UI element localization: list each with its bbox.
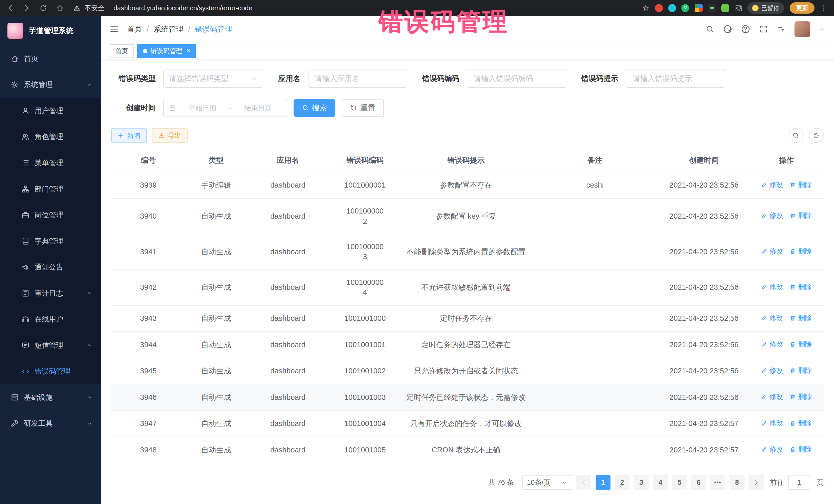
- page-button-3[interactable]: 3: [634, 475, 649, 490]
- delete-link[interactable]: 删除: [790, 392, 812, 402]
- extension-icon-4[interactable]: [695, 4, 703, 12]
- sidebar-item-notices[interactable]: 通知公告: [0, 254, 101, 280]
- sidebar-item-dicts[interactable]: 字典管理: [0, 228, 101, 254]
- extension-icon-6[interactable]: [721, 4, 729, 12]
- delete-icon: [790, 248, 796, 255]
- edit-link[interactable]: 修改: [761, 418, 783, 428]
- extension-icon-2[interactable]: [668, 4, 676, 12]
- refresh-table-button[interactable]: [809, 128, 824, 143]
- edit-link[interactable]: 修改: [761, 180, 783, 190]
- hamburger-icon[interactable]: [110, 25, 118, 34]
- extension-icon-3[interactable]: V: [681, 4, 689, 12]
- sidebar-item-online-users[interactable]: 在线用户: [0, 306, 101, 332]
- breadcrumb-home[interactable]: 首页: [127, 24, 142, 35]
- edit-link[interactable]: 修改: [761, 339, 783, 349]
- page-size-select[interactable]: 10条/页: [522, 475, 572, 490]
- edit-link[interactable]: 修改: [761, 282, 783, 292]
- delete-link-label: 删除: [798, 180, 812, 190]
- page-button-5[interactable]: 5: [672, 475, 687, 490]
- export-button-label: 导出: [168, 131, 181, 140]
- sidebar-item-system[interactable]: 系统管理: [0, 72, 101, 98]
- delete-link[interactable]: 删除: [790, 444, 812, 455]
- edit-link[interactable]: 修改: [761, 444, 783, 455]
- error-msg-input[interactable]: [626, 69, 725, 88]
- page-button-8[interactable]: 8: [729, 475, 744, 490]
- delete-link[interactable]: 删除: [790, 366, 812, 376]
- delete-link[interactable]: 删除: [790, 180, 812, 190]
- forward-icon[interactable]: [23, 4, 31, 12]
- search-icon[interactable]: [706, 25, 714, 34]
- sidebar-item-depts[interactable]: 部门管理: [0, 176, 101, 202]
- edit-link[interactable]: 修改: [761, 392, 783, 402]
- cell-actions: 修改删除: [749, 437, 824, 463]
- sidebar-item-posts[interactable]: 岗位管理: [0, 202, 101, 228]
- page-button-6[interactable]: 6: [691, 475, 706, 490]
- breadcrumb-system[interactable]: 系统管理: [154, 24, 183, 35]
- page-button-1[interactable]: 1: [596, 475, 611, 490]
- back-icon[interactable]: [6, 4, 14, 12]
- date-range-picker[interactable]: 开始日期 - 结束日期: [163, 99, 287, 117]
- kebab-menu-icon[interactable]: [820, 4, 827, 12]
- edit-link[interactable]: 修改: [761, 211, 783, 221]
- export-button[interactable]: 导出: [152, 128, 188, 143]
- sidebar-item-menus[interactable]: 菜单管理: [0, 150, 101, 176]
- delete-link[interactable]: 删除: [790, 211, 812, 221]
- delete-link[interactable]: 删除: [790, 418, 812, 428]
- address-bar[interactable]: 不安全 dashboard.yudao.iocoder.cn/system/er…: [73, 4, 642, 13]
- edit-link[interactable]: 修改: [761, 366, 783, 376]
- update-button[interactable]: 更新: [790, 2, 814, 14]
- browser-home-icon[interactable]: [56, 4, 64, 12]
- page-button-2[interactable]: 2: [615, 475, 630, 490]
- goto-page-input[interactable]: [788, 475, 810, 490]
- user-avatar[interactable]: [794, 21, 810, 37]
- delete-link[interactable]: 删除: [790, 313, 812, 323]
- font-size-icon[interactable]: [777, 25, 785, 34]
- sidebar-item-label: 研发工具: [24, 419, 52, 428]
- error-type-select[interactable]: 请选择错误码类型: [163, 69, 263, 88]
- page-more-button[interactable]: •••: [710, 475, 725, 490]
- add-button[interactable]: 新增: [111, 128, 147, 143]
- sidebar-item-home[interactable]: 首页: [0, 46, 101, 72]
- delete-link[interactable]: 删除: [790, 246, 812, 256]
- sidebar-item-users[interactable]: 用户管理: [0, 98, 101, 124]
- tag-home[interactable]: 首页: [110, 44, 134, 58]
- extensions-puzzle-icon[interactable]: [735, 4, 742, 12]
- delete-link[interactable]: 删除: [790, 282, 812, 292]
- sidebar-item-infrastructure[interactable]: 基础设施: [0, 385, 101, 411]
- github-icon[interactable]: [723, 25, 732, 34]
- refresh-icon: [813, 132, 820, 139]
- sidebar-item-audit-log[interactable]: 审计日志: [0, 280, 101, 306]
- edit-icon: [761, 341, 767, 348]
- page-button-4[interactable]: 4: [653, 475, 668, 490]
- navbar-actions: [706, 21, 825, 37]
- toggle-search-button[interactable]: [789, 128, 804, 143]
- bookmark-star-icon[interactable]: [642, 4, 650, 12]
- error-code-input[interactable]: [467, 69, 566, 88]
- search-button[interactable]: 搜索: [293, 99, 336, 116]
- cell-app: dashboard: [247, 172, 329, 198]
- sidebar-item-dev-tools[interactable]: 研发工具: [0, 410, 101, 437]
- edit-link[interactable]: 修改: [761, 313, 783, 323]
- extension-icon-5[interactable]: on: [708, 4, 716, 12]
- paused-badge[interactable]: 已暂停: [747, 2, 784, 14]
- url-text[interactable]: dashboard.yudao.iocoder.cn/system/error-…: [113, 4, 252, 12]
- tag-error-code[interactable]: 错误码管理 ×: [137, 44, 196, 58]
- edit-link[interactable]: 修改: [761, 246, 783, 256]
- prev-page-button[interactable]: [576, 475, 591, 490]
- filter-time-label: 创建时间: [111, 103, 156, 113]
- fullscreen-icon[interactable]: [759, 25, 768, 34]
- reset-button[interactable]: 重置: [342, 99, 384, 116]
- close-icon[interactable]: ×: [186, 47, 191, 54]
- chevron-down-icon[interactable]: [819, 26, 825, 32]
- next-page-button[interactable]: [749, 475, 764, 490]
- help-icon[interactable]: [741, 25, 750, 34]
- table-row: 3940自动生成dashboard100100000 2参数配置 key 重复2…: [111, 198, 824, 234]
- app-name-input[interactable]: [308, 69, 407, 88]
- app-logo[interactable]: 芋道管理系统: [0, 16, 101, 46]
- sidebar-item-roles[interactable]: 角色管理: [0, 124, 101, 150]
- reload-icon[interactable]: [39, 4, 47, 12]
- sidebar-item-sms[interactable]: 短信管理: [0, 332, 101, 358]
- sidebar-item-error-codes[interactable]: 错误码管理: [0, 358, 101, 385]
- delete-link[interactable]: 删除: [790, 339, 812, 349]
- extension-icon-1[interactable]: [655, 4, 663, 12]
